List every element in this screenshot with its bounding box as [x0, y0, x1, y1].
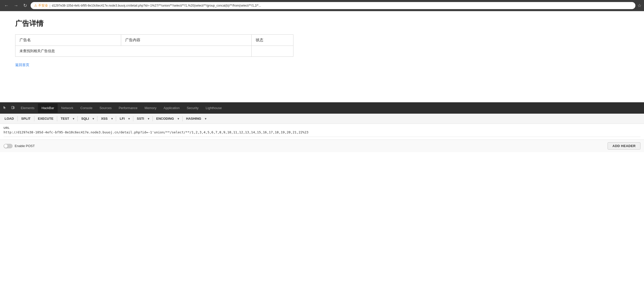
test-button[interactable]: TEST — [58, 115, 71, 122]
enable-post-toggle[interactable]: Enable POST — [4, 144, 35, 148]
xss-arrow[interactable]: ▼ — [109, 116, 115, 121]
separator — [182, 116, 183, 121]
cursor-icon-button[interactable] — [1, 104, 9, 112]
security-warning: ⚠ 不安全 — [34, 3, 48, 8]
tab-application[interactable]: Application — [160, 104, 183, 113]
separator — [116, 116, 116, 121]
separator — [153, 116, 153, 121]
status-cell — [252, 46, 293, 57]
separator — [97, 116, 97, 121]
ssti-dropdown: SSTI ▼ — [134, 115, 152, 122]
encoding-button[interactable]: ENCODING — [154, 115, 176, 122]
load-button[interactable]: LOAD — [2, 115, 16, 122]
lfi-button[interactable]: LFI — [117, 115, 126, 122]
ssti-button[interactable]: SSTI — [134, 115, 146, 122]
devtools-panel: ElementsHackBarNetworkConsoleSourcesPerf… — [0, 102, 644, 152]
add-header-button[interactable]: ADD HEADER — [608, 142, 640, 150]
table-row: 未查找到相关广告信息 — [15, 46, 293, 57]
devtools-tabs: ElementsHackBarNetworkConsoleSourcesPerf… — [0, 103, 644, 114]
toggle-thumb — [4, 144, 8, 148]
hashing-dropdown: HASHING ▼ — [184, 115, 209, 122]
tab-security[interactable]: Security — [183, 104, 202, 113]
split-button[interactable]: SPLIT — [19, 115, 33, 122]
ad-table: 广告名 广告内容 状态 未查找到相关广告信息 — [15, 34, 293, 57]
hackbar-post-area: Enable POST ADD HEADER — [0, 140, 644, 152]
hackbar-toolbar: LOAD SPLIT EXECUTE TEST ▼ SQLI ▼ XSS ▼ L… — [0, 114, 644, 124]
browser-chrome: ← → ↻ ⚠ 不安全 | d1297e38-105d-4efc-bf95-8e… — [0, 0, 644, 11]
col-header-name: 广告名 — [15, 35, 121, 46]
tab-hackbar[interactable]: HackBar — [38, 104, 58, 113]
execute-button[interactable]: EXECUTE — [35, 115, 56, 122]
xss-button[interactable]: XSS — [98, 115, 109, 122]
sqli-dropdown: SQLI ▼ — [79, 115, 96, 122]
empty-message: 未查找到相关广告信息 — [15, 46, 252, 57]
encoding-dropdown: ENCODING ▼ — [154, 115, 181, 122]
url-label: URL — [4, 126, 640, 129]
separator — [34, 116, 34, 121]
col-header-status: 状态 — [252, 35, 293, 46]
back-button[interactable]: ← — [3, 3, 10, 9]
hashing-arrow[interactable]: ▼ — [203, 116, 208, 121]
xss-dropdown: XSS ▼ — [98, 115, 115, 122]
tab-elements[interactable]: Elements — [17, 104, 38, 113]
tab-lighthouse[interactable]: Lighthouse — [202, 104, 225, 113]
address-text: d1297e38-105d-4efc-bf95-8e10c6ec417e.nod… — [52, 4, 261, 7]
separator — [57, 116, 57, 121]
page-title: 广告详情 — [15, 19, 629, 28]
sqli-button[interactable]: SQLI — [79, 115, 90, 122]
bookmark-button[interactable]: ☆ — [637, 3, 641, 8]
hackbar-url-area: URL http://d1297e38-105d-4efc-bf95-8e10c… — [0, 124, 644, 140]
encoding-arrow[interactable]: ▼ — [176, 116, 181, 121]
tab-network[interactable]: Network — [58, 104, 77, 113]
forward-button[interactable]: → — [12, 3, 20, 9]
tab-performance[interactable]: Performance — [115, 104, 141, 113]
test-arrow[interactable]: ▼ — [71, 116, 76, 121]
tab-memory[interactable]: Memory — [141, 104, 160, 113]
tab-sources[interactable]: Sources — [96, 104, 115, 113]
reload-button[interactable]: ↻ — [22, 2, 29, 9]
ssti-arrow[interactable]: ▼ — [146, 116, 152, 121]
tab-console[interactable]: Console — [77, 104, 96, 113]
back-link[interactable]: 返回首页 — [15, 63, 29, 67]
url-separator — [4, 137, 640, 137]
enable-post-label: Enable POST — [15, 144, 35, 148]
sqli-arrow[interactable]: ▼ — [91, 116, 96, 121]
separator — [17, 116, 18, 121]
device-icon-button[interactable] — [9, 104, 17, 112]
hashing-button[interactable]: HASHING — [184, 115, 203, 122]
col-header-content: 广告内容 — [121, 35, 252, 46]
address-bar[interactable]: ⚠ 不安全 | d1297e38-105d-4efc-bf95-8e10c6ec… — [31, 2, 635, 9]
toggle-track[interactable] — [4, 144, 13, 148]
separator — [77, 116, 78, 121]
devtools-tab-list: ElementsHackBarNetworkConsoleSourcesPerf… — [17, 104, 225, 113]
test-dropdown: TEST ▼ — [58, 115, 76, 122]
separator — [133, 116, 133, 121]
lfi-arrow[interactable]: ▼ — [126, 116, 132, 121]
url-value[interactable]: http://d1297e38-105d-4efc-bf95-8e10c6ec4… — [4, 130, 640, 134]
lfi-dropdown: LFI ▼ — [117, 115, 132, 122]
page-content: 广告详情 广告名 广告内容 状态 未查找到相关广告信息 返回首页 — [0, 11, 644, 102]
